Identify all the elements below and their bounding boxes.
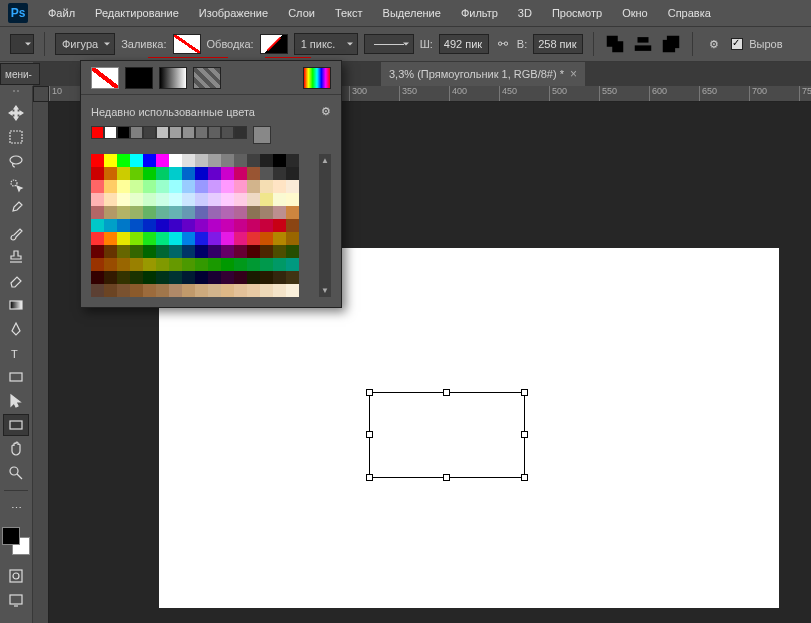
color-swatch[interactable] [117,232,130,245]
color-swatch[interactable] [143,206,156,219]
link-dimensions-icon[interactable]: ⚯ [495,36,511,52]
recent-swatch[interactable] [117,126,130,139]
color-swatch[interactable] [91,180,104,193]
color-swatch[interactable] [260,206,273,219]
color-swatch[interactable] [117,167,130,180]
color-swatch[interactable] [247,180,260,193]
partial-tab[interactable]: мени- [0,63,40,85]
color-swatch[interactable] [208,258,221,271]
color-swatch[interactable] [143,232,156,245]
foreground-color[interactable] [2,527,20,545]
screenmode-icon[interactable] [3,589,29,611]
color-swatch[interactable] [195,258,208,271]
width-input[interactable] [439,34,489,54]
menu-help[interactable]: Справка [660,3,719,23]
color-swatch[interactable] [91,232,104,245]
color-swatch[interactable] [169,245,182,258]
type-tool[interactable]: T [3,342,29,364]
color-swatch[interactable] [169,154,182,167]
color-swatch[interactable] [234,271,247,284]
color-swatch[interactable] [286,206,299,219]
brush-tool[interactable] [3,222,29,244]
color-swatch[interactable] [169,258,182,271]
color-swatch[interactable] [156,271,169,284]
color-swatch[interactable] [195,193,208,206]
scroll-up-icon[interactable]: ▲ [321,156,329,165]
menu-3d[interactable]: 3D [510,3,540,23]
menu-edit[interactable]: Редактирование [87,3,187,23]
color-swatch[interactable] [91,245,104,258]
color-swatch[interactable] [260,154,273,167]
recent-swatch[interactable] [182,126,195,139]
color-swatch[interactable] [221,271,234,284]
recent-swatch[interactable] [104,126,117,139]
color-swatch[interactable] [130,232,143,245]
color-swatch[interactable] [156,180,169,193]
color-swatch[interactable] [182,219,195,232]
color-swatch[interactable] [169,167,182,180]
color-swatch[interactable] [156,193,169,206]
resize-handle[interactable] [521,474,528,481]
resize-handle[interactable] [521,389,528,396]
color-swatch[interactable] [260,258,273,271]
color-swatch[interactable] [286,232,299,245]
color-swatch[interactable] [221,232,234,245]
color-swatch[interactable] [104,284,117,297]
color-swatch[interactable] [104,258,117,271]
menu-view[interactable]: Просмотр [544,3,610,23]
recent-swatch[interactable] [234,126,247,139]
color-swatch[interactable] [156,258,169,271]
color-swatch[interactable] [104,180,117,193]
color-swatch[interactable] [195,180,208,193]
gear-icon[interactable]: ⚙ [703,33,725,55]
color-swatch[interactable] [208,245,221,258]
color-swatch[interactable] [247,232,260,245]
color-swatch[interactable] [195,167,208,180]
color-swatch[interactable] [208,154,221,167]
menu-text[interactable]: Текст [327,3,371,23]
color-swatch[interactable] [195,154,208,167]
color-swatch[interactable] [143,219,156,232]
color-picker-button[interactable] [303,67,331,89]
color-swatch[interactable] [156,154,169,167]
color-swatch[interactable] [234,232,247,245]
color-swatch[interactable] [143,258,156,271]
color-swatch[interactable] [221,219,234,232]
color-swatch[interactable] [143,245,156,258]
color-swatch[interactable] [169,180,182,193]
recent-swatch[interactable] [143,126,156,139]
color-swatch[interactable] [91,206,104,219]
color-swatch[interactable] [91,154,104,167]
gear-icon[interactable]: ⚙ [321,105,331,118]
recent-swatch[interactable] [221,126,234,139]
color-swatch[interactable] [273,219,286,232]
color-swatch[interactable] [91,167,104,180]
color-swatch[interactable] [208,271,221,284]
color-swatch[interactable] [143,180,156,193]
color-swatch[interactable] [221,167,234,180]
color-swatch[interactable] [130,258,143,271]
color-swatch[interactable] [221,245,234,258]
color-swatch[interactable] [104,219,117,232]
color-swatch[interactable] [273,258,286,271]
color-swatch[interactable] [195,206,208,219]
color-swatch[interactable] [221,193,234,206]
scroll-down-icon[interactable]: ▼ [321,286,329,295]
color-swatch[interactable] [104,154,117,167]
color-swatch[interactable] [169,193,182,206]
color-swatch[interactable] [273,193,286,206]
stroke-swatch[interactable] [260,34,288,54]
path-arrange-icon[interactable] [660,33,682,55]
color-swatch[interactable] [117,245,130,258]
menu-filter[interactable]: Фильтр [453,3,506,23]
shape-tool[interactable] [3,366,29,388]
color-swatch[interactable] [104,206,117,219]
color-swatch[interactable] [247,245,260,258]
color-swatch[interactable] [234,258,247,271]
color-swatch[interactable] [247,271,260,284]
color-swatch[interactable] [286,284,299,297]
color-swatch[interactable] [104,245,117,258]
recent-swatch[interactable] [195,126,208,139]
fill-type-none[interactable] [91,67,119,89]
color-swatch[interactable] [286,219,299,232]
